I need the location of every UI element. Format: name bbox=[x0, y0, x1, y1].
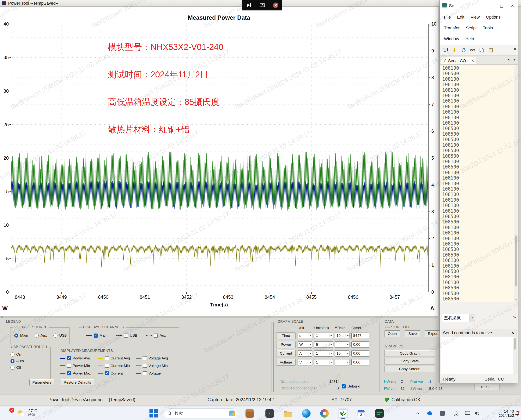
copy-stats-button[interactable]: Copy Stats bbox=[384, 358, 435, 365]
weather-text[interactable]: 27°C 晴朗 bbox=[28, 408, 37, 417]
gs-power-units-per-tick-select[interactable]: 5▾ bbox=[314, 341, 333, 348]
overlay-play-icon[interactable] bbox=[246, 2, 252, 8]
measurement-option-power-max[interactable]: Power Max bbox=[61, 371, 98, 375]
gs-row-label-power[interactable]: Power bbox=[276, 341, 296, 348]
chevron-down-icon[interactable]: ▾ bbox=[469, 314, 475, 322]
scrollbar-down-arrow[interactable]: ▼ bbox=[514, 299, 518, 302]
radio-option-auto[interactable]: Auto bbox=[10, 359, 50, 363]
archive-app-icon[interactable] bbox=[245, 408, 255, 419]
reset-button[interactable]: RESET bbox=[475, 384, 500, 390]
onedrive-icon[interactable] bbox=[426, 411, 433, 416]
tab-scroll-right-icon[interactable]: ► bbox=[513, 58, 516, 62]
gs-row-label-current[interactable]: Current bbox=[276, 350, 296, 357]
gs-row-label-voltage[interactable]: Voltage bbox=[276, 359, 296, 366]
gs-voltage-offset-field[interactable]: 0.00 bbox=[351, 359, 369, 366]
checkbox-current-avg[interactable] bbox=[105, 356, 109, 360]
gs-row-label-time[interactable]: Time bbox=[276, 332, 296, 339]
checkbox-voltage-avg[interactable] bbox=[143, 356, 147, 360]
channel-option-usb[interactable]: USB bbox=[116, 333, 137, 338]
measurement-option-voltage-avg[interactable]: Voltage Avg bbox=[136, 356, 174, 360]
measurement-option-current-min[interactable]: Current Min bbox=[98, 364, 136, 368]
serial-titlebar[interactable]: Se... — ▢ ✕ bbox=[440, 0, 518, 11]
gs-voltage-ticks-select[interactable]: ▾ bbox=[335, 359, 349, 366]
menu-tools[interactable]: Tools bbox=[480, 23, 496, 33]
tray-chevron-up-icon[interactable] bbox=[415, 412, 420, 415]
toolbar-paste-icon[interactable] bbox=[488, 47, 494, 53]
measurement-option-voltage-min[interactable]: Voltage Min bbox=[136, 364, 174, 368]
menu-window[interactable]: Window bbox=[441, 33, 462, 44]
measurement-option-voltage[interactable]: Voltage bbox=[136, 371, 174, 375]
copy-screen-button[interactable]: Copy Screen bbox=[384, 366, 435, 372]
photos-app-icon[interactable] bbox=[320, 408, 329, 419]
copy-graph-button[interactable]: Copy Graph bbox=[384, 350, 435, 357]
power-tool-taskbar-icon[interactable] bbox=[338, 408, 348, 419]
gs-time-units-per-tick-select[interactable]: 1▾ bbox=[314, 333, 333, 339]
radio-option-aux[interactable]: Aux bbox=[35, 333, 47, 338]
measurement-option-power-min[interactable]: Power Min bbox=[61, 364, 98, 368]
display-icon[interactable] bbox=[465, 411, 470, 416]
panel-more-icon[interactable]: » bbox=[513, 314, 516, 320]
tab-scroll-left-icon[interactable]: ◄ bbox=[507, 58, 510, 62]
taskbar-clock[interactable]: 14:40 2024/11/2 bbox=[485, 409, 514, 418]
checkbox-channel-aux[interactable] bbox=[154, 334, 158, 338]
overlay-screenshare-icon[interactable] bbox=[259, 2, 266, 8]
checkbox-power-avg[interactable] bbox=[67, 356, 71, 360]
gs-current-offset-field[interactable]: 0.00 bbox=[351, 350, 369, 357]
temperature-view-select[interactable]: 查看温度 ▾ bbox=[442, 314, 475, 322]
measurement-option-current[interactable]: Current bbox=[98, 371, 136, 375]
menu-edit[interactable]: Edit bbox=[454, 12, 467, 23]
restore-defaults-button[interactable]: Restore Defaults bbox=[61, 379, 94, 386]
send-commands-input[interactable] bbox=[441, 337, 517, 374]
export-button[interactable]: Export bbox=[425, 330, 441, 337]
toolbar-more-icon[interactable]: » bbox=[514, 46, 516, 52]
serial-log[interactable]: 1081001085001081001081001081001081001081… bbox=[440, 65, 514, 302]
minimize-button[interactable]: — bbox=[485, 0, 496, 11]
checkbox-current[interactable] bbox=[105, 371, 109, 375]
tab-serial-com[interactable]: ✓ Serial-CO... ✕ bbox=[441, 57, 476, 64]
overlay-close-button[interactable] bbox=[272, 2, 279, 8]
gs-voltage-unit-select[interactable]: V▾ bbox=[298, 359, 312, 366]
checkbox-current-min[interactable] bbox=[105, 364, 109, 368]
subgrid-option[interactable]: Subgrid bbox=[342, 384, 360, 389]
measurement-option-current-avg[interactable]: Current Avg bbox=[98, 356, 136, 360]
scrollbar-thumb[interactable] bbox=[515, 235, 517, 286]
gs-power-unit-select[interactable]: W▾ bbox=[298, 341, 312, 348]
send-commands-close-icon[interactable]: ✕ bbox=[511, 330, 515, 336]
calendar-app-icon[interactable]: 2 bbox=[356, 408, 366, 419]
radio-option-on[interactable]: On bbox=[10, 352, 50, 357]
power-chart[interactable]: 0510152025303540012345678910844884498450… bbox=[0, 7, 438, 316]
checkbox-voltage-min[interactable] bbox=[143, 364, 147, 368]
radio-option-main[interactable]: Main bbox=[14, 333, 28, 338]
gs-time-ticks-select[interactable]: 10▾ bbox=[335, 333, 349, 339]
maximize-button[interactable]: ▢ bbox=[496, 0, 507, 11]
search-highlight-icon[interactable] bbox=[229, 411, 235, 416]
toolbar-copy-icon[interactable] bbox=[479, 47, 485, 53]
radio-option-usb[interactable]: USB bbox=[54, 333, 67, 338]
subgrid-checkbox[interactable] bbox=[342, 384, 346, 389]
send-commands-header[interactable]: Send commands to active ... ✕ bbox=[441, 329, 517, 337]
gs-time-offset-field[interactable]: 8447. bbox=[351, 333, 369, 339]
channel-option-main[interactable]: Main bbox=[86, 333, 107, 338]
tab-close-icon[interactable]: ✕ bbox=[471, 59, 474, 63]
toolbar-reconnect-icon[interactable] bbox=[460, 47, 466, 53]
hardware-tool-app-icon[interactable] bbox=[375, 408, 384, 419]
menu-view[interactable]: View bbox=[467, 12, 483, 23]
gs-current-unit-select[interactable]: A▾ bbox=[298, 350, 312, 357]
serial-log-scrollbar[interactable]: ▼ bbox=[514, 65, 518, 302]
edge-browser-icon[interactable] bbox=[301, 408, 311, 419]
save-button[interactable]: Save bbox=[405, 330, 420, 337]
notification-bell-icon[interactable] bbox=[515, 411, 520, 416]
menu-help[interactable]: Help bbox=[462, 33, 477, 44]
windows-start-button[interactable] bbox=[149, 409, 158, 418]
parameters-button[interactable]: Parameters bbox=[30, 379, 54, 386]
measurement-option-power-avg[interactable]: Power Avg bbox=[61, 356, 98, 360]
checkbox-power-max[interactable] bbox=[67, 371, 71, 375]
terminal-app-icon[interactable]: >_ bbox=[265, 408, 275, 419]
open-button[interactable]: Open bbox=[384, 330, 400, 337]
tray-app-icon[interactable] bbox=[440, 411, 445, 416]
send-area-scrollbar[interactable] bbox=[513, 338, 516, 374]
gs-current-units-per-tick-select[interactable]: 1▾ bbox=[314, 350, 333, 357]
menu-file[interactable]: File bbox=[441, 12, 454, 23]
volume-icon[interactable] bbox=[474, 411, 480, 416]
weather-icon[interactable] bbox=[17, 409, 26, 417]
